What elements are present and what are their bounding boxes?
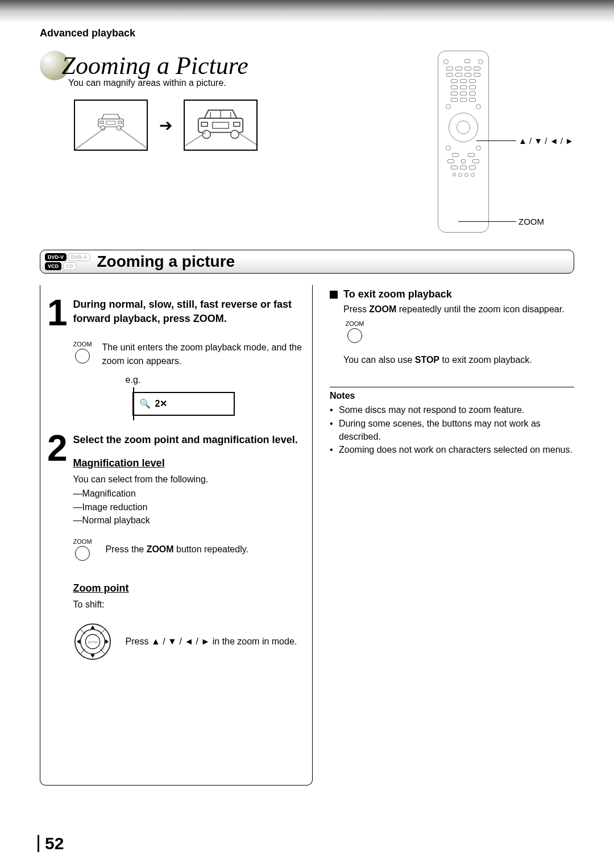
svg-line-7 [119, 128, 148, 150]
magnifier-icon: 🔍 [139, 398, 151, 409]
zoom-press-text: Press the ZOOM button repeatedly. [106, 543, 248, 556]
eg-label: e.g. [126, 373, 302, 386]
exit-heading: To exit zoom playback [330, 288, 574, 300]
exit-heading-text: To exit zoom playback [343, 288, 452, 300]
svg-line-6 [75, 128, 105, 150]
steps-column: 1 During normal, slow, still, fast rever… [40, 285, 313, 786]
dpad-icon: ENTER [73, 622, 112, 661]
before-frame [74, 100, 148, 151]
mag-option-1: —Magnification [73, 487, 302, 500]
format-cd: CD [63, 262, 76, 270]
zp-intro: To shift: [73, 598, 302, 611]
svg-text:ENTER: ENTER [88, 641, 97, 644]
stop-body: You can also use STOP to exit zoom playb… [343, 353, 574, 366]
magnification-heading: Magnification level [73, 457, 302, 469]
top-gradient [0, 0, 614, 23]
exit-body: Press ZOOM repeatedly until the zoom ico… [343, 303, 574, 316]
page-number: 52 [38, 835, 64, 852]
arrows-label: ▲ / ▼ / ◄ / ► [518, 136, 574, 146]
zoom-button-icon: ZOOM [73, 341, 92, 363]
svg-line-18 [236, 133, 258, 150]
section-title: Zooming a picture [97, 253, 235, 271]
osd-value: 2✕ [155, 398, 168, 409]
note-1: Some discs may not respond to zoom featu… [339, 403, 524, 416]
right-column: To exit zoom playback Press ZOOM repeate… [330, 285, 574, 786]
zoom-illustration: ➔ [74, 100, 426, 151]
step1-desc: The unit enters the zoom playback mode, … [102, 341, 302, 367]
zoom-label: ZOOM [518, 217, 544, 226]
after-frame [184, 100, 258, 151]
notes-list: •Some discs may not respond to zoom feat… [330, 403, 574, 456]
step2-number: 2 [47, 433, 68, 661]
arrow-icon: ➔ [159, 116, 172, 135]
svg-line-17 [185, 133, 208, 150]
remote-dpad [449, 113, 478, 142]
zoom-button-icon: ZOOM [73, 538, 92, 561]
osd-indicator: 🔍 2✕ [132, 392, 235, 416]
notes-title: Notes [330, 391, 574, 401]
square-bullet-icon [330, 291, 338, 299]
remote-diagram: ▲ / ▼ / ◄ / ► ZOOM [426, 51, 574, 233]
format-dvda: DVD-A [68, 253, 90, 261]
section-bar: DVD-V DVD-A VCD CD Zooming a picture [40, 250, 574, 274]
zoompoint-heading: Zoom point [73, 582, 302, 594]
zoom-icon-label: ZOOM [73, 341, 92, 348]
format-dvdv: DVD-V [45, 253, 67, 261]
note-2: During some scenes, the buttons may not … [339, 417, 574, 443]
page-title: Zooming a Picture [61, 51, 248, 80]
zoom-icon-label: ZOOM [73, 538, 92, 545]
mag-options: —Magnification —Image reduction —Normal … [73, 487, 302, 527]
zoom-icon-label: ZOOM [346, 320, 364, 327]
step2-title: Select the zoom point and magnification … [73, 433, 302, 447]
mag-option-2: —Image reduction [73, 501, 302, 514]
mag-intro: You can select from the following. [73, 473, 302, 486]
format-vcd: VCD [45, 262, 61, 270]
section-header: Advanced playback [40, 27, 574, 39]
zoom-button-icon: ZOOM [343, 320, 366, 343]
note-3: Zooming does not work on characters sele… [339, 443, 572, 456]
zp-press-text: Press ▲ / ▼ / ◄ / ► in the zoom in mode. [126, 635, 297, 648]
mag-option-3: —Normal playback [73, 514, 302, 527]
step1-title: During normal, slow, still, fast reverse… [73, 297, 302, 326]
step1-number: 1 [47, 297, 68, 416]
